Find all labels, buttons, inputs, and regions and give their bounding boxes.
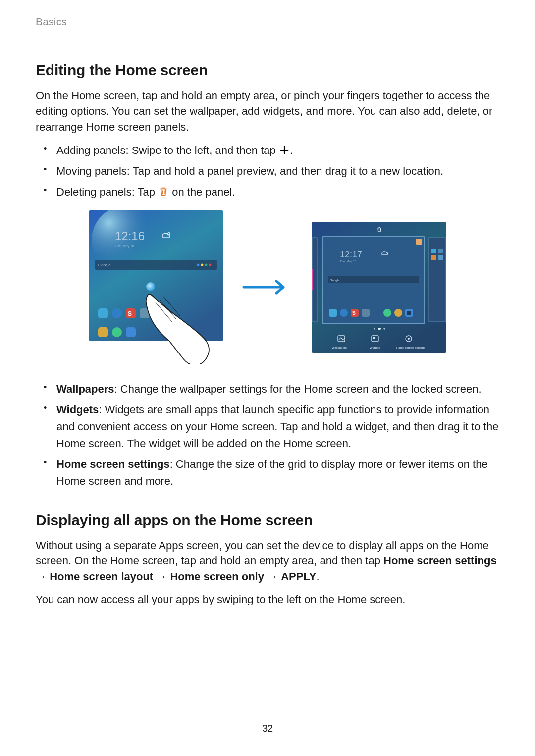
svg-rect-12 bbox=[98, 308, 108, 318]
section-editing-home-screen: Editing the Home screen On the Home scre… bbox=[36, 62, 499, 490]
svg-text:Home screen settings: Home screen settings bbox=[396, 346, 425, 349]
tablet-edit-mode: 12:17 Tue, May 10 Google bbox=[312, 222, 446, 354]
svg-rect-26 bbox=[416, 239, 422, 245]
bullet-text: Adding panels: Swipe to the left, and th… bbox=[56, 144, 279, 156]
svg-rect-35 bbox=[362, 309, 370, 317]
svg-text:Tue, May 10: Tue, May 10 bbox=[340, 260, 357, 263]
bullet-label: Wallpapers bbox=[56, 383, 114, 395]
svg-rect-24 bbox=[312, 269, 313, 290]
svg-rect-29 bbox=[328, 276, 419, 283]
svg-text:12:16: 12:16 bbox=[115, 229, 145, 243]
svg-point-32 bbox=[340, 309, 348, 317]
svg-rect-18 bbox=[112, 327, 122, 337]
plus-icon bbox=[279, 145, 290, 155]
bullet-text-suffix: on the panel. bbox=[169, 186, 235, 198]
trash-icon bbox=[158, 186, 169, 197]
intro-paragraph: On the Home screen, tap and hold an empt… bbox=[36, 88, 499, 135]
svg-point-20 bbox=[146, 282, 155, 291]
svg-text:Widgets: Widgets bbox=[370, 346, 380, 349]
heading-editing-home-screen: Editing the Home screen bbox=[36, 62, 499, 79]
svg-text:S: S bbox=[352, 310, 356, 316]
svg-rect-46 bbox=[378, 328, 381, 330]
svg-point-36 bbox=[383, 309, 391, 317]
bullet-widgets: Widgets: Widgets are small apps that lau… bbox=[51, 402, 499, 452]
bullet-text: Deleting panels: Tap bbox=[56, 186, 158, 198]
bullet-text: : Widgets are small apps that launch spe… bbox=[56, 403, 498, 450]
svg-point-8 bbox=[205, 263, 208, 266]
svg-text:⋮: ⋮ bbox=[214, 262, 218, 267]
svg-rect-13 bbox=[112, 308, 122, 318]
svg-point-9 bbox=[201, 263, 204, 266]
path-home-screen-layout: Home screen layout bbox=[50, 570, 153, 583]
bullet-moving-panels: Moving panels: Tap and hold a panel prev… bbox=[51, 163, 499, 180]
arrow-icon bbox=[242, 277, 293, 299]
svg-rect-17 bbox=[98, 327, 108, 337]
svg-rect-44 bbox=[438, 255, 443, 260]
svg-text:Tue, May 10: Tue, May 10 bbox=[115, 244, 134, 248]
svg-rect-39 bbox=[407, 311, 411, 315]
svg-rect-37 bbox=[394, 309, 402, 317]
svg-rect-41 bbox=[431, 249, 436, 253]
path-home-screen-settings: Home screen settings bbox=[383, 554, 497, 567]
svg-rect-19 bbox=[126, 327, 136, 337]
bullet-label: Widgets bbox=[56, 403, 99, 416]
svg-text:12:17: 12:17 bbox=[340, 250, 362, 259]
tablet-home-screen: 12:16 Tue, May 10 Google ⋮ bbox=[89, 210, 223, 366]
svg-rect-51 bbox=[373, 337, 374, 339]
svg-point-47 bbox=[383, 328, 385, 330]
bullet-text: : Change the wallpaper settings for the … bbox=[114, 383, 482, 395]
bullet-label: Home screen settings bbox=[56, 458, 170, 470]
svg-text:S: S bbox=[128, 310, 132, 317]
svg-text:Google: Google bbox=[330, 279, 340, 282]
section-displaying-all-apps: Displaying all apps on the Home screen W… bbox=[36, 512, 499, 608]
bullet-deleting-panels: Deleting panels: Tap on the panel. bbox=[51, 184, 499, 201]
bullets-edit-options: Wallpapers: Change the wallpaper setting… bbox=[36, 381, 499, 490]
svg-point-7 bbox=[209, 263, 212, 266]
svg-rect-43 bbox=[431, 255, 436, 260]
svg-text:Google: Google bbox=[98, 263, 111, 267]
svg-point-54 bbox=[408, 338, 410, 340]
heading-displaying-all-apps: Displaying all apps on the Home screen bbox=[36, 512, 499, 529]
illustration-row: 12:16 Tue, May 10 Google ⋮ bbox=[36, 210, 499, 366]
svg-point-10 bbox=[197, 263, 200, 266]
path-home-screen-only: Home screen only bbox=[170, 570, 264, 583]
svg-rect-31 bbox=[329, 309, 337, 317]
bullets-panel-actions: Adding panels: Swipe to the left, and th… bbox=[36, 142, 499, 201]
bullet-text-suffix: . bbox=[290, 144, 293, 156]
paragraph-display-apps-instructions: Without using a separate Apps screen, yo… bbox=[36, 538, 499, 585]
bullet-wallpapers: Wallpapers: Change the wallpaper setting… bbox=[51, 381, 499, 398]
bullet-adding-panels: Adding panels: Swipe to the left, and th… bbox=[51, 142, 499, 159]
svg-rect-42 bbox=[438, 249, 443, 253]
path-apply: APPLY bbox=[281, 570, 316, 583]
paragraph-swipe-note: You can now access all your apps by swip… bbox=[36, 592, 499, 607]
svg-point-45 bbox=[374, 328, 375, 330]
page-number: 32 bbox=[0, 723, 535, 734]
para-text-suffix: . bbox=[317, 570, 320, 583]
section-header: Basics bbox=[36, 16, 499, 32]
bullet-home-screen-settings: Home screen settings: Change the size of… bbox=[51, 456, 499, 490]
svg-text:Wallpapers: Wallpapers bbox=[332, 346, 347, 349]
page-content: Basics Editing the Home screen On the Ho… bbox=[0, 0, 535, 756]
